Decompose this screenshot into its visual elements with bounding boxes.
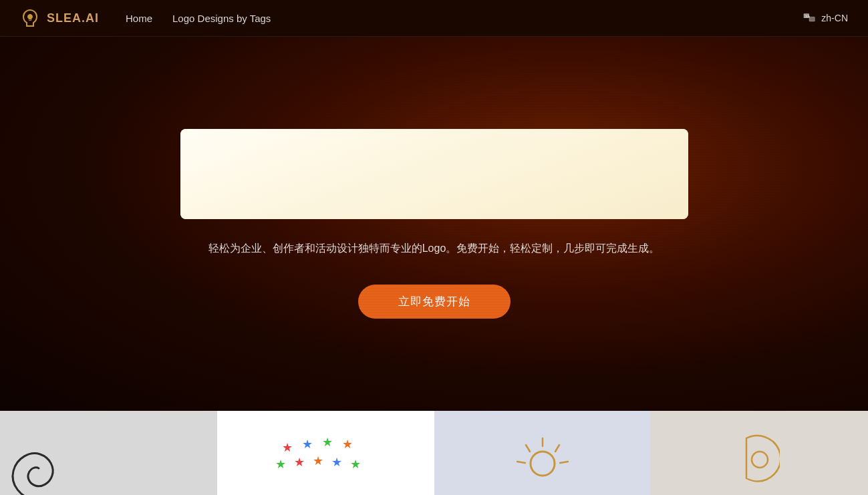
- logo-card-1[interactable]: [0, 411, 217, 495]
- svg-point-19: [752, 452, 768, 468]
- cta-button[interactable]: 立即免费开始: [358, 285, 511, 319]
- svg-line-15: [555, 445, 559, 452]
- site-logo-icon: S: [20, 8, 40, 28]
- svg-text:文A: 文A: [805, 15, 810, 18]
- card2-content: ★ ★ ★ ★ ★ ★ ★ ★ ★: [272, 425, 379, 494]
- svg-text:S: S: [28, 16, 32, 22]
- svg-line-16: [560, 462, 568, 463]
- card1-content: [0, 411, 217, 495]
- hero-banner-inner: [180, 129, 688, 219]
- lang-selector[interactable]: 文A zh-CN: [803, 11, 848, 25]
- partial-logo-icon: [740, 425, 780, 492]
- sun-logo-icon: [502, 425, 583, 492]
- svg-line-17: [526, 445, 530, 452]
- spiral-icon: [7, 441, 67, 495]
- logo-card-4[interactable]: [651, 411, 868, 495]
- svg-text:★: ★: [350, 458, 361, 471]
- logo-card-3[interactable]: [434, 411, 652, 495]
- hero-subtitle: 轻松为企业、创作者和活动设计独特而专业的Logo。免费开始，轻松定制，几步即可完…: [208, 239, 660, 257]
- nav-home[interactable]: Home: [126, 13, 152, 24]
- svg-point-13: [531, 452, 555, 476]
- nav-links: Home Logo Designs by Tags: [126, 13, 803, 24]
- cards-row: ★ ★ ★ ★ ★ ★ ★ ★ ★: [0, 411, 868, 495]
- svg-text:★: ★: [331, 456, 342, 469]
- hero-banner: [180, 129, 688, 219]
- svg-text:★: ★: [282, 441, 293, 454]
- navbar: S SLEA.AI Home Logo Designs by Tags 文A z…: [0, 0, 868, 37]
- translate-icon: 文A: [803, 11, 816, 25]
- svg-line-18: [517, 462, 525, 463]
- logo-card-2[interactable]: ★ ★ ★ ★ ★ ★ ★ ★ ★: [217, 411, 434, 495]
- svg-text:★: ★: [342, 438, 353, 451]
- logo[interactable]: S SLEA.AI: [20, 8, 99, 28]
- svg-text:★: ★: [275, 458, 286, 471]
- svg-text:★: ★: [322, 436, 333, 449]
- lang-label: zh-CN: [821, 13, 848, 23]
- svg-text:★: ★: [302, 438, 313, 451]
- stars-logo-icon: ★ ★ ★ ★ ★ ★ ★ ★ ★: [272, 425, 379, 492]
- logo-text: SLEA.AI: [47, 11, 99, 25]
- card3-content: [502, 425, 583, 494]
- svg-rect-2: [809, 17, 815, 21]
- card4-content: [740, 425, 780, 494]
- nav-logo-designs[interactable]: Logo Designs by Tags: [172, 13, 271, 24]
- svg-text:★: ★: [313, 454, 323, 468]
- hero-section: 轻松为企业、创作者和活动设计独特而专业的Logo。免费开始，轻松定制，几步即可完…: [0, 37, 868, 411]
- svg-text:★: ★: [294, 456, 305, 469]
